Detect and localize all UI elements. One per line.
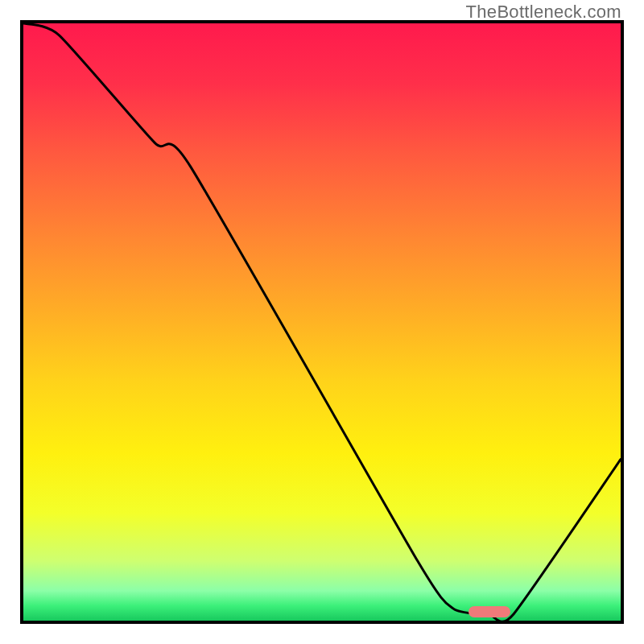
bottleneck-curve [23,23,621,621]
chart-frame [20,20,624,624]
optimal-marker [469,606,510,617]
